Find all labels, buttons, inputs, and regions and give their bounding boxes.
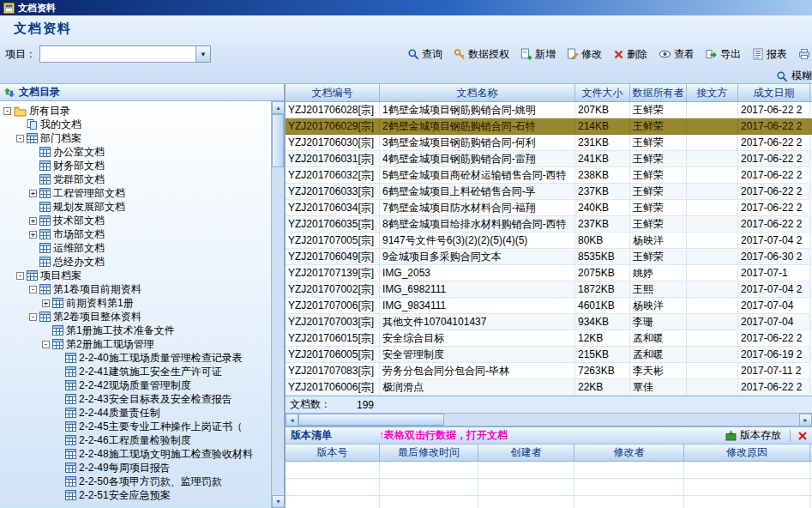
tree-item[interactable]: -第2卷项目整体资料: [0, 310, 271, 324]
toolbar-button-search[interactable]: 查询: [407, 47, 442, 62]
tree-scrollbar-track[interactable]: [272, 167, 284, 495]
tree-item[interactable]: 规划发展部文档: [0, 200, 271, 214]
tree-item[interactable]: 第1册施工技术准备文件: [0, 324, 271, 337]
toolbar-button-delete[interactable]: 删除: [613, 47, 647, 62]
tree-item[interactable]: +技术部文档: [0, 214, 271, 227]
expand-toggle[interactable]: -: [16, 272, 24, 280]
version-column-header[interactable]: 修改者: [574, 444, 684, 461]
expand-toggle[interactable]: +: [29, 190, 37, 197]
expand-toggle[interactable]: -: [3, 107, 11, 115]
table-row[interactable]: YZJ201707006[宗]IMG_98341114601KB杨映洋2017-…: [286, 298, 812, 314]
expand-toggle[interactable]: -: [16, 135, 24, 142]
table-row[interactable]: YZJ201707002[宗]IMG_69821111872KB王熙2017-0…: [286, 281, 812, 298]
close-icon[interactable]: [797, 431, 808, 441]
table-row[interactable]: YZJ201706005[宗]安全管理制度215KB孟和暖2017-06-19 …: [286, 347, 812, 363]
column-header[interactable]: 接文方: [687, 84, 738, 101]
table-cell: 5鹤壁金城项目商砼材运输销售合同-西特: [380, 167, 575, 184]
toolbar-button-report[interactable]: 报表: [752, 47, 787, 62]
tree-item[interactable]: 办公室文档: [0, 145, 271, 159]
version-column-header[interactable]: 创建者: [478, 444, 574, 461]
tree-item[interactable]: 2-2-51安全应急预案: [0, 488, 271, 502]
table-horizontal-scrollbar[interactable]: ◄ ►: [286, 413, 812, 426]
scroll-left-icon[interactable]: ◄: [286, 414, 298, 426]
tree-item[interactable]: 2-2-50各项甲方罚款、监理罚款: [0, 475, 271, 488]
table-cell: 3鹤壁金城项目钢筋购销合同-何利: [380, 135, 575, 151]
version-column-header[interactable]: 修改原因: [684, 444, 810, 461]
table-row[interactable]: YZJ201706029[宗]2鹤壁金城项目钢筋购销合同-石特214KB王鲜荣2…: [286, 118, 812, 135]
expand-toggle[interactable]: -: [42, 341, 50, 348]
table-row[interactable]: YZJ201706031[宗]4鹤壁金城项目钢筋购销合同-雷翔241KB王鲜荣2…: [286, 151, 812, 167]
tree-scrollbar-thumb[interactable]: [272, 114, 284, 167]
toolbar-button-export[interactable]: 导出: [706, 47, 741, 62]
expand-toggle[interactable]: +: [42, 299, 50, 307]
tree-item[interactable]: 2-2-40施工现场质量管理检查记录表: [0, 351, 271, 365]
column-header[interactable]: 文档名称: [380, 84, 575, 101]
version-column-header[interactable]: 最后修改时间: [380, 444, 478, 461]
tree-item[interactable]: 2-2-43安全目标表及安全检查报告: [0, 392, 271, 406]
tree-item[interactable]: -部门档案: [0, 131, 271, 145]
project-combobox[interactable]: ▼: [39, 45, 211, 63]
tree-scrollbar[interactable]: ▲ ▼: [271, 101, 284, 508]
toolbar-button-authorize[interactable]: 数据授权: [454, 47, 509, 62]
tree-item[interactable]: +市场部文档: [0, 227, 271, 241]
table-row[interactable]: YZJ201706033[宗]6鹤壁金城项目上料砼销售合同-孚237KB王鲜荣2…: [286, 184, 812, 200]
expand-toggle[interactable]: +: [29, 217, 37, 225]
tree-item[interactable]: 2-2-46工程质量检验制度: [0, 433, 271, 447]
tree-item[interactable]: 2-2-49每周项目报告: [0, 461, 271, 475]
toolbar-button-view[interactable]: 查看: [659, 47, 695, 62]
expand-toggle[interactable]: -: [29, 313, 37, 321]
table-row[interactable]: YZJ201707005[宗]9147号文件号6(3)(2)(2)(5)(4)(…: [286, 233, 812, 249]
column-header[interactable]: 文件大小: [575, 84, 630, 101]
toolbar-button-printer[interactable]: [798, 48, 810, 60]
tree-item[interactable]: 2-2-41建筑施工安全生产许可证: [0, 365, 271, 378]
table-row[interactable]: YZJ201706006[宗]极润滑点22KB覃佳2017-06-22 2: [286, 379, 812, 396]
combobox-dropdown-button[interactable]: ▼: [195, 46, 210, 62]
table-row[interactable]: YZJ201706034[宗]7鹤壁金城项目防水材料合同-福翔240KB王鲜荣2…: [286, 200, 812, 216]
tree-item[interactable]: -第2册施工现场管理: [0, 337, 271, 351]
scroll-down-icon[interactable]: ▼: [272, 495, 284, 508]
tree-item[interactable]: -项目档案: [0, 269, 271, 282]
version-store-button[interactable]: 版本存放: [725, 428, 781, 443]
tree-item[interactable]: 党群部文档: [0, 172, 271, 186]
horizontal-scrollbar-thumb[interactable]: [298, 414, 444, 426]
tree-item-label: 第2卷项目整体资料: [53, 310, 141, 324]
tree-item[interactable]: +工程管理部文档: [0, 186, 271, 200]
tree-item[interactable]: -第1卷项目前期资料: [0, 282, 271, 296]
tree-item[interactable]: 运维部文档: [0, 241, 271, 255]
tree-item[interactable]: 2-2-45主要专业工种操作上岗证书（: [0, 420, 271, 433]
scroll-up-icon[interactable]: ▲: [272, 101, 284, 114]
table-row[interactable]: YZJ201706035[宗]8鹤壁金城项目给排水材料购销合同-西特237KB王…: [286, 216, 812, 233]
scroll-right-icon[interactable]: ►: [799, 414, 812, 426]
window-titlebar[interactable]: 文档资料: [0, 0, 812, 15]
toolbar-button-add[interactable]: 新增: [520, 47, 556, 62]
table-row[interactable]: YZJ201706028[宗]1鹤壁金城项目钢筋购销合同-姚明207KB王鲜荣2…: [286, 102, 812, 118]
column-header[interactable]: 文档编号: [286, 84, 380, 101]
horizontal-scrollbar-track[interactable]: [444, 414, 799, 426]
expand-toggle[interactable]: -: [29, 286, 37, 293]
table-row[interactable]: YZJ201707083[宗]劳务分包合同分包合同-毕林7263KB李天彬201…: [286, 363, 812, 379]
search-icon[interactable]: [776, 70, 788, 82]
column-header[interactable]: 数据所有者: [630, 84, 687, 101]
tree-item[interactable]: 2-2-42现场质量管理制度: [0, 378, 271, 392]
table-row[interactable]: YZJ201707139[宗]IMG_20532075KB姚婷2017-07-1: [286, 265, 812, 281]
tree-item[interactable]: 2-2-48施工现场文明施工检查验收材料: [0, 447, 271, 461]
tree-item[interactable]: 2-2-44质量责任制: [0, 406, 271, 420]
table-row[interactable]: YZJ201707003[宗]其他文件10704101437934KB李珊201…: [286, 314, 812, 330]
tree-item[interactable]: 总经办文档: [0, 255, 271, 269]
expand-toggle[interactable]: +: [29, 231, 37, 239]
tree-item[interactable]: 财务部文档: [0, 159, 271, 172]
version-column-header[interactable]: 版本号: [286, 444, 380, 461]
tree-item[interactable]: 我的文档: [0, 118, 271, 131]
tree-item[interactable]: -所有目录: [0, 104, 271, 118]
table-row[interactable]: YZJ201706032[宗]5鹤壁金城项目商砼材运输销售合同-西特238KB王…: [286, 167, 812, 184]
toolbar-button-edit[interactable]: 修改: [567, 47, 602, 62]
project-combobox-value[interactable]: [40, 46, 195, 62]
column-header[interactable]: 成文日期: [738, 84, 810, 101]
table-cell: 2017-06-19 2: [738, 347, 810, 363]
table-cell: 安全综合目标: [380, 330, 575, 347]
fuzzy-search[interactable]: 模糊: [776, 69, 812, 83]
tree-item[interactable]: +前期资料第1册: [0, 296, 271, 310]
table-row[interactable]: YZJ201706015[宗]安全综合目标12KB孟和暖2017-06-22 2: [286, 330, 812, 347]
table-row[interactable]: YZJ201706030[宗]3鹤壁金城项目钢筋购销合同-何利231KB王鲜荣2…: [286, 135, 812, 151]
table-row[interactable]: YZJ201706049[宗]9金城项目多采购合同文本8535KB王鲜荣2017…: [286, 249, 812, 265]
